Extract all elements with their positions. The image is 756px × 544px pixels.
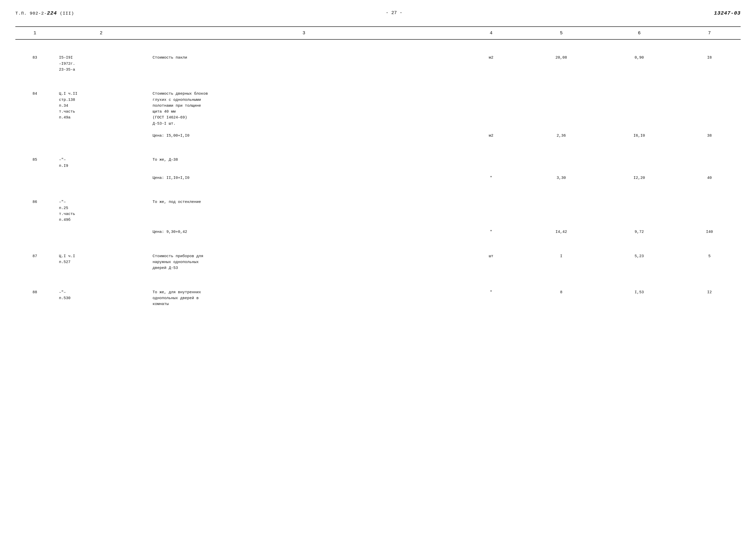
row-86-col6: 9,72 bbox=[600, 226, 678, 238]
col-header-7: 7 bbox=[678, 27, 741, 39]
row-83-col6: 0,90 bbox=[600, 52, 678, 76]
row-85-col2: –"–п.I9 bbox=[54, 154, 148, 172]
row-83-col4: м2 bbox=[460, 52, 522, 76]
row-87-col4: шт bbox=[460, 250, 522, 274]
col-header-1: 1 bbox=[15, 27, 54, 39]
col-header-2: 2 bbox=[54, 27, 148, 39]
row-86-col7-empty bbox=[678, 196, 741, 226]
row-84-col7-empty bbox=[678, 88, 741, 130]
row-84-price: Цена: I5,00+I,I0 bbox=[148, 130, 460, 142]
row-87-col6: 5,23 bbox=[600, 250, 678, 274]
spacer-84-85 bbox=[15, 142, 741, 154]
col-header-5: 5 bbox=[522, 27, 600, 39]
row-87-col2: Ц.I ч.Iп.527 bbox=[54, 250, 148, 274]
row-88-col6: I,53 bbox=[600, 286, 678, 310]
row-84-sub-col6: I6,I0 bbox=[600, 130, 678, 142]
spacer-83-84 bbox=[15, 76, 741, 88]
row-86-col6-empty bbox=[600, 196, 678, 226]
row-88-col7: I2 bbox=[678, 286, 741, 310]
spacer-86-87 bbox=[15, 238, 741, 250]
header-left: Т.П. 902-2-224 (III) bbox=[15, 10, 74, 16]
row-87-col7: 5 bbox=[678, 250, 741, 274]
row-86-id: 86 bbox=[15, 196, 54, 226]
row-88-id: 88 bbox=[15, 286, 54, 310]
row-84-sub-col4: м2 bbox=[460, 130, 522, 142]
row-86-col5: I4,42 bbox=[522, 226, 600, 238]
row-86-col4-empty bbox=[460, 196, 522, 226]
spacer-row-top bbox=[15, 39, 741, 52]
row-86-col3-main: То же, под остекление bbox=[148, 196, 460, 226]
table-row: 87 Ц.I ч.Iп.527 Стоимость приборов дляна… bbox=[15, 250, 741, 274]
row-83-col7: I8 bbox=[678, 52, 741, 76]
row-88-col5: 8 bbox=[522, 286, 600, 310]
row-85-col7-empty bbox=[678, 154, 741, 172]
row-83-col3: Стоимость пакли bbox=[148, 52, 460, 76]
row-86-col5-empty bbox=[522, 196, 600, 226]
row-84-sub-col5: 2,36 bbox=[522, 130, 600, 142]
col-header-6: 6 bbox=[600, 27, 678, 39]
row-85-price: Цена: II,I0+I,I0 bbox=[148, 172, 460, 184]
row-84-sub-col2 bbox=[54, 130, 148, 142]
row-87-id: 87 bbox=[15, 250, 54, 274]
row-86-col7: I40 bbox=[678, 226, 741, 238]
table-row: 88 –"–п.530 То же, для внутренниходнопол… bbox=[15, 286, 741, 310]
header-bold: 224 bbox=[47, 10, 57, 16]
row-83-col5: 20,08 bbox=[522, 52, 600, 76]
header-center: - 27 - bbox=[386, 10, 402, 15]
row-88-col3: То же, для внутренниходнопольных дверей … bbox=[148, 286, 460, 310]
page-header: Т.П. 902-2-224 (III) - 27 - 13247-03 bbox=[15, 10, 741, 16]
row-85-col6-empty bbox=[600, 154, 678, 172]
row-84-col2: Ц.I ч.IIстр.138п.34т.частьп.49а bbox=[54, 88, 148, 130]
row-83-col2: I5–I9I–I972г.23-35-а bbox=[54, 52, 148, 76]
spacer-87-88 bbox=[15, 274, 741, 286]
row-84-col3-main: Стоимость дверных блоковглухих с однопол… bbox=[148, 88, 460, 130]
row-83-id: 83 bbox=[15, 52, 54, 76]
row-85-col7: 40 bbox=[678, 172, 741, 184]
table-row-sub: Цена: 9,30+0,42 " I4,42 9,72 I40 bbox=[15, 226, 741, 238]
header-right: 13247-03 bbox=[714, 10, 741, 16]
row-86-col2: –"–п.25т.частьп.49б bbox=[54, 196, 148, 226]
main-table: 1 2 3 4 5 6 7 83 I5–I9I–I972г.23-35-а Ст… bbox=[15, 26, 741, 310]
table-row: 85 –"–п.I9 То же, Д–38 bbox=[15, 154, 741, 172]
table-row: 86 –"–п.25т.частьп.49б То же, под остекл… bbox=[15, 196, 741, 226]
row-85-col4-empty bbox=[460, 154, 522, 172]
row-86-col4: " bbox=[460, 226, 522, 238]
spacer-85-86 bbox=[15, 184, 741, 196]
row-84-sub-col7: 38 bbox=[678, 130, 741, 142]
col-header-4: 4 bbox=[460, 27, 522, 39]
row-85-col6: I2,20 bbox=[600, 172, 678, 184]
row-85-col3-main: То же, Д–38 bbox=[148, 154, 460, 172]
table-row: 84 Ц.I ч.IIстр.138п.34т.частьп.49а Стоим… bbox=[15, 88, 741, 130]
row-87-col5: I bbox=[522, 250, 600, 274]
row-85-col4: " bbox=[460, 172, 522, 184]
row-85-col5: 3,30 bbox=[522, 172, 600, 184]
header-suffix: (III) bbox=[57, 11, 74, 16]
col-header-3: 3 bbox=[148, 27, 460, 39]
table-row: 83 I5–I9I–I972г.23-35-а Стоимость пакли … bbox=[15, 52, 741, 76]
row-88-col4: " bbox=[460, 286, 522, 310]
row-87-col3: Стоимость приборов длянаружных однопольн… bbox=[148, 250, 460, 274]
row-84-col4-empty bbox=[460, 88, 522, 130]
table-header-row: 1 2 3 4 5 6 7 bbox=[15, 27, 741, 39]
table-row-sub: Цена: I5,00+I,I0 м2 2,36 I6,I0 38 bbox=[15, 130, 741, 142]
row-84-col6-empty bbox=[600, 88, 678, 130]
row-84-col5-empty bbox=[522, 88, 600, 130]
row-84-id: 84 bbox=[15, 88, 54, 130]
row-86-price: Цена: 9,30+0,42 bbox=[148, 226, 460, 238]
row-85-col5-empty bbox=[522, 154, 600, 172]
header-prefix: Т.П. 902-2- bbox=[15, 11, 47, 16]
table-row-sub: Цена: II,I0+I,I0 " 3,30 I2,20 40 bbox=[15, 172, 741, 184]
row-88-col2: –"–п.530 bbox=[54, 286, 148, 310]
row-85-id: 85 bbox=[15, 154, 54, 172]
row-84-sub-id bbox=[15, 130, 54, 142]
